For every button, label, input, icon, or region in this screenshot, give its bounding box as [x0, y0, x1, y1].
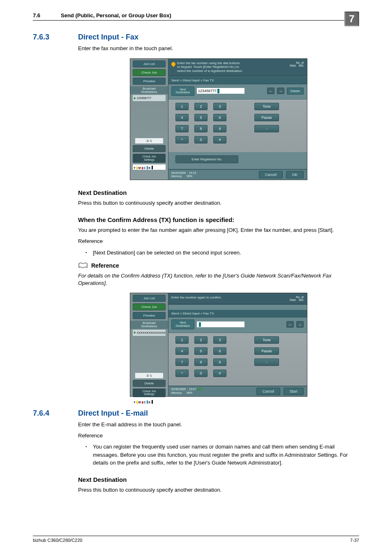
- dial-keypad: 1 2 3 Tone 4 5 6 Pause: [168, 333, 307, 386]
- caret-left-button[interactable]: ←: [267, 88, 274, 94]
- cursor-icon: [199, 322, 201, 327]
- key-tone[interactable]: Tone: [254, 336, 279, 344]
- key-9[interactable]: 9: [213, 358, 226, 366]
- breadcrumb-title: Send (Public, Personal, or Group User Bo…: [61, 12, 171, 18]
- key-6[interactable]: 6: [213, 114, 226, 121]
- fax-entry-row: Next Destination ← →: [168, 317, 307, 333]
- key-4[interactable]: 4: [175, 114, 189, 121]
- reference-body: For details on the Confirm Address (TX) …: [78, 272, 359, 287]
- caret-right-button[interactable]: →: [296, 321, 304, 328]
- reference-callout: Reference: [78, 262, 359, 269]
- key-2[interactable]: 2: [194, 336, 208, 344]
- key-0[interactable]: 0: [194, 370, 208, 377]
- panel-left-sidebar: Job List Check Job Preview Broadcast Des…: [130, 293, 168, 396]
- section-title: Direct Input - E-mail: [78, 409, 148, 418]
- footer-pagenum: 7-37: [350, 538, 359, 543]
- key-7[interactable]: 7: [175, 125, 189, 132]
- next-destination-button[interactable]: Next Destination: [171, 319, 194, 329]
- job-list-button[interactable]: Job List: [133, 295, 166, 302]
- left-delete-button[interactable]: Delete: [133, 145, 166, 152]
- dest-arrow-icon: [134, 97, 136, 99]
- key-0[interactable]: 0: [194, 136, 208, 143]
- section-number: 7.6.3: [33, 33, 78, 42]
- list-item: You can register the frequently used use…: [78, 443, 359, 467]
- status-icon: ☐: [198, 388, 202, 391]
- key-pause[interactable]: Pause: [254, 347, 279, 355]
- key-3[interactable]: 3: [213, 336, 226, 344]
- dest-list-item[interactable]: 123456777: [133, 95, 166, 101]
- chapter-badge: 7: [344, 12, 359, 26]
- reference-heading: Reference: [91, 262, 119, 269]
- section-heading-764: 7.6.4 Direct Input - E-mail: [33, 409, 359, 418]
- section-heading-763: 7.6.3 Direct Input - Fax: [33, 33, 359, 42]
- key-7[interactable]: 7: [175, 358, 189, 366]
- check-job-settings-button[interactable]: Check Job Settings: [133, 388, 166, 397]
- fax-number-field[interactable]: 123456777: [197, 88, 244, 94]
- key-6[interactable]: 6: [213, 347, 226, 355]
- key-8[interactable]: 8: [194, 125, 208, 132]
- delete-entry-button[interactable]: Delete: [287, 88, 304, 95]
- check-job-button[interactable]: Check Job: [133, 303, 166, 310]
- breadcrumb: 7.6 Send (Public, Personal, or Group Use…: [33, 12, 359, 21]
- cancel-button[interactable]: Cancel: [259, 171, 283, 178]
- cancel-button[interactable]: Cancel: [256, 388, 280, 395]
- fax-entry-row: Next Destination 123456777 ← → Delete: [168, 84, 307, 99]
- key-tone[interactable]: Tone: [254, 103, 279, 110]
- dest-page-indicator: 1/ 1: [135, 373, 163, 378]
- key-3[interactable]: 3: [213, 103, 226, 110]
- key-9[interactable]: 9: [213, 125, 226, 132]
- toner-levels: Y M C K: [133, 164, 166, 170]
- left-delete-button[interactable]: Delete: [133, 380, 166, 387]
- section-intro: Enter the fax number in the touch panel.: [78, 45, 359, 53]
- next-destination-text: Press this button to continuously specif…: [78, 199, 359, 207]
- key-pause[interactable]: Pause: [254, 114, 279, 121]
- dest-list-item[interactable]: XXXXXXXXXXXXXXX: [133, 330, 166, 336]
- list-item: [Next Destination] can be selected on th…: [78, 249, 359, 257]
- next-destination-heading: Next Destination: [78, 476, 359, 483]
- key-1[interactable]: 1: [175, 336, 189, 344]
- breadcrumb-num: 7.6: [33, 12, 61, 18]
- key-2[interactable]: 2: [194, 103, 208, 110]
- start-button[interactable]: Start: [284, 388, 304, 395]
- key-5[interactable]: 5: [194, 114, 208, 121]
- job-list-button[interactable]: Job List: [133, 60, 166, 67]
- book-icon: [78, 262, 88, 269]
- toner-levels: Y M C K: [133, 399, 166, 404]
- preview-button[interactable]: Preview: [133, 312, 166, 319]
- confirm-address-text: You are prompted to enter the fax number…: [78, 227, 359, 234]
- next-destination-button[interactable]: Next Destination: [171, 86, 194, 96]
- key-dash[interactable]: -: [254, 358, 279, 366]
- cursor-icon: [217, 89, 219, 93]
- check-job-settings-button[interactable]: Check Job Settings: [133, 154, 166, 162]
- key-hash[interactable]: #: [213, 136, 226, 143]
- dest-arrow-icon: [134, 331, 136, 334]
- enter-registered-no-button[interactable]: Enter Registered No.: [175, 155, 238, 163]
- key-4[interactable]: 4: [175, 347, 189, 355]
- touchpanel-fax-confirm: Job List Check Job Preview Broadcast Des…: [130, 293, 307, 396]
- key-star[interactable]: *: [175, 370, 189, 377]
- dest-page-indicator: 1/ 1: [135, 138, 163, 143]
- key-hash[interactable]: #: [213, 370, 226, 377]
- hint-bar: Enter fax number again to confirm. No. o…: [168, 293, 307, 305]
- next-destination-text: Press this button to continuously specif…: [78, 486, 359, 494]
- preview-button[interactable]: Preview: [133, 78, 166, 85]
- check-job-button[interactable]: Check Job: [133, 69, 166, 76]
- caret-left-button[interactable]: ←: [286, 321, 294, 328]
- section-number: 7.6.4: [33, 409, 78, 418]
- key-dash[interactable]: -: [254, 125, 279, 132]
- ok-button[interactable]: OK: [286, 171, 304, 178]
- broadcast-label: Broadcast Destinations: [130, 321, 168, 328]
- lightbulb-icon: [171, 61, 176, 67]
- fax-number-field[interactable]: [197, 321, 244, 327]
- panel-breadcrumb: Send > Direct Input > Fax TX: [168, 76, 307, 84]
- next-destination-heading: Next Destination: [78, 189, 359, 196]
- section-title: Direct Input - Fax: [78, 33, 138, 42]
- caret-right-button[interactable]: →: [277, 88, 284, 94]
- key-1[interactable]: 1: [175, 103, 189, 110]
- section-intro: Enter the E-mail address in the touch pa…: [78, 421, 359, 429]
- key-star[interactable]: *: [175, 136, 189, 143]
- broadcast-label: Broadcast Destinations: [130, 86, 168, 94]
- key-8[interactable]: 8: [194, 358, 208, 366]
- key-5[interactable]: 5: [194, 347, 208, 355]
- panel-breadcrumb: Send > Direct Input > Fax TX: [168, 310, 307, 317]
